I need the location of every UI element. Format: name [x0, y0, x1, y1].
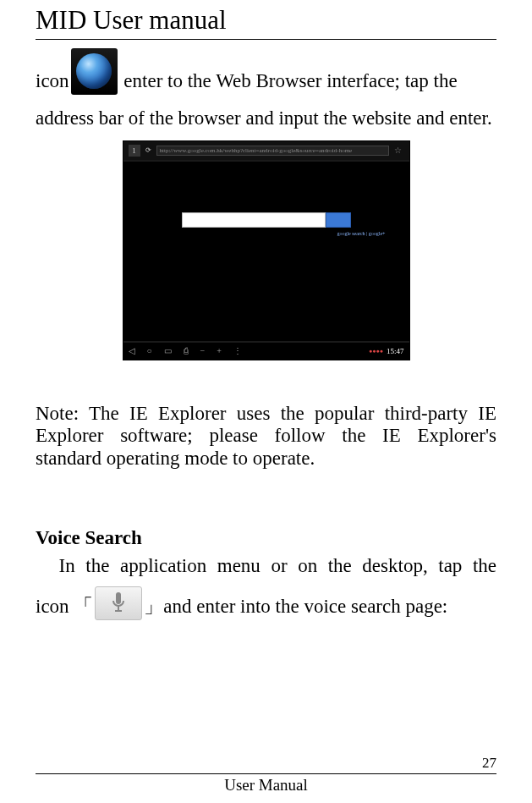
paragraph-address-bar: address bar of the browser and input the… [36, 105, 496, 132]
text-icon-word: icon [36, 68, 69, 95]
voice-search-heading: Voice Search [36, 527, 496, 549]
volume-up-icon: + [217, 346, 222, 355]
address-bar: http://www.google.com.hk/webhp?client=an… [156, 146, 389, 156]
page-number: 27 [36, 755, 496, 772]
document-title: MID User manual [36, 0, 496, 39]
screenshot-page-content: google search | google+ [123, 162, 409, 341]
status-warn-icon: ●●●● [369, 348, 383, 355]
voice-text-after-icon: 」and enter into the voice search page: [144, 593, 447, 620]
reload-icon: ⟳ [145, 146, 151, 154]
browser-globe-icon [71, 48, 118, 95]
back-icon: ◁ [129, 346, 135, 355]
google-search-button [326, 212, 351, 228]
voice-text-before-icon: icon 「 [36, 593, 93, 620]
screenshot-icon: ⎙ [184, 346, 189, 355]
paragraph-browser-icon: icon enter to the Web Browser interface;… [36, 48, 496, 95]
google-search-input [182, 212, 326, 228]
status-time: 15:47 [387, 347, 404, 355]
microphone-icon [95, 586, 142, 620]
page-footer: 27 User Manual [36, 755, 496, 795]
google-links: google search | google+ [337, 231, 385, 236]
svg-rect-0 [116, 592, 121, 604]
voice-paragraph-line1: In the application menu or on the deskto… [36, 553, 496, 580]
screenshot-topbar: 1 ⟳ http://www.google.com.hk/webhp?clien… [123, 141, 409, 160]
note-paragraph: Note: The IE Explorer uses the popular t… [36, 403, 496, 470]
browser-screenshot-wrap: 1 ⟳ http://www.google.com.hk/webhp?clien… [36, 140, 496, 360]
footer-divider [36, 773, 496, 774]
voice-paragraph-line2: icon 「 」and enter into the voice search … [36, 586, 496, 620]
text-after-icon: enter to the Web Browser interface; tap … [123, 68, 457, 95]
recent-icon: ▭ [164, 346, 172, 355]
header-divider [36, 39, 496, 40]
footer-label: User Manual [36, 776, 496, 795]
volume-down-icon: − [200, 346, 206, 355]
menu-icon: ⋮ [233, 346, 242, 355]
screenshot-system-bar: ◁ ○ ▭ ⎙ − + ⋮ ●●●● 15:47 [123, 343, 409, 360]
bookmark-icon: ☆ [394, 146, 404, 156]
tab-count-icon: 1 [129, 145, 140, 157]
home-icon: ○ [147, 346, 152, 355]
browser-screenshot: 1 ⟳ http://www.google.com.hk/webhp?clien… [123, 140, 410, 360]
